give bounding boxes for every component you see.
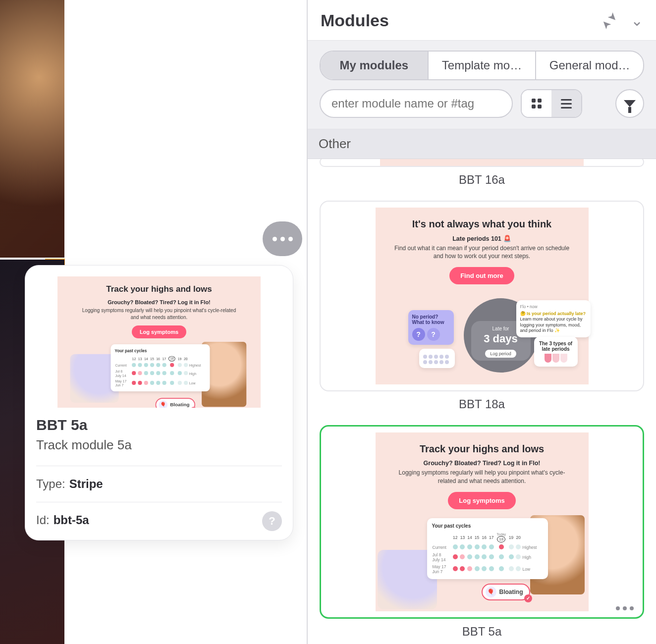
type-value: Stripe — [69, 477, 103, 491]
past-cycles-card: Your past cycles 121314151617181920 Curr… — [110, 344, 210, 391]
card-desc: Find out what it can mean if your period… — [393, 244, 571, 260]
tile-types: The 3 types of late periods — [534, 337, 578, 367]
preview-title: Track your highs and lows — [66, 284, 252, 294]
preview-desc: Logging symptoms regularly will help you… — [80, 307, 238, 321]
section-header-other: Other — [308, 129, 656, 159]
collapse-icon[interactable]: ➤➤ — [602, 13, 617, 28]
modules-panel: Modules ➤➤ ⌄ My modules Template mo… Gen… — [307, 0, 656, 644]
card-subtitle: Late periods 101🚨 — [384, 235, 580, 242]
module-label: BBT 5a — [320, 625, 644, 639]
tab-general-modules[interactable]: General mod… — [536, 52, 643, 79]
module-label: BBT 18a — [320, 397, 644, 411]
module-preview: Track your highs and lows Grouchy? Bloat… — [57, 276, 261, 408]
bloating-chip: 🎈Bloating✓ — [156, 398, 195, 408]
more-button[interactable] — [263, 221, 302, 256]
past-cycles-heading: Your past cycles — [432, 523, 543, 529]
card-more-button[interactable] — [616, 606, 634, 610]
tab-template-modules[interactable]: Template mo… — [429, 52, 537, 79]
panel-title: Modules — [321, 11, 389, 30]
grid-icon — [532, 99, 542, 108]
card-title: It's not always what you think — [384, 218, 580, 230]
view-toggle — [521, 89, 582, 118]
popover-type-row: Type: Stripe — [36, 477, 282, 491]
module-card-bbt18a[interactable]: It's not always what you think Late peri… — [320, 201, 644, 391]
tile-calendar — [419, 349, 455, 368]
bloating-label: Bloating — [499, 589, 523, 595]
tile-no-period: No period? What to know ?? — [408, 310, 454, 345]
card-sub: Grouchy? Bloated? Tired? Log it in Flo! — [384, 460, 580, 467]
past-cycles-heading: Your past cycles — [115, 348, 206, 353]
funnel-icon — [624, 100, 636, 107]
card-title: Track your highs and lows — [384, 443, 580, 455]
module-detail-popover: Track your highs and lows Grouchy? Bloat… — [25, 265, 293, 540]
bloating-label: Bloating — [170, 402, 189, 407]
preview-sub: Grouchy? Bloated? Tired? Log it in Flo! — [66, 299, 252, 305]
popover-subtitle: Track module 5a — [36, 437, 282, 453]
module-source-tabs: My modules Template mo… General mod… — [320, 51, 644, 80]
card-desc: Logging symptoms regularly will help you… — [393, 469, 571, 484]
card-cta[interactable]: Log symptoms — [448, 492, 515, 509]
canvas-thumbnail-1[interactable] — [0, 0, 64, 258]
preview-cta[interactable]: Log symptoms — [132, 325, 186, 338]
type-label: Type: — [36, 477, 65, 491]
past-cycles-card: Your past cycles 121314151617Today181920… — [427, 518, 548, 579]
popover-id-row: Id: bbt-5a — [36, 513, 282, 527]
module-card-bbt5a[interactable]: Track your highs and lows Grouchy? Bloat… — [320, 425, 644, 618]
popover-title: BBT 5a — [36, 417, 282, 433]
list-view-button[interactable] — [551, 90, 581, 117]
tab-my-modules[interactable]: My modules — [321, 52, 429, 79]
list-icon — [561, 99, 572, 108]
module-card-bbt16a[interactable] — [320, 159, 644, 167]
module-label: BBT 16a — [320, 173, 644, 187]
id-value: bbt-5a — [54, 513, 89, 527]
id-label: Id: — [36, 513, 50, 527]
tile-notification: Flo • now 🤔 Is your period actually late… — [516, 300, 591, 337]
help-icon[interactable]: ? — [262, 511, 282, 531]
chevron-down-icon[interactable]: ⌄ — [631, 12, 643, 29]
bloating-chip: 🎈Bloating✓ — [482, 584, 530, 600]
grid-view-button[interactable] — [522, 90, 551, 117]
search-input[interactable] — [320, 89, 513, 118]
filter-button[interactable] — [615, 89, 644, 118]
card-cta[interactable]: Find out more — [449, 267, 514, 284]
